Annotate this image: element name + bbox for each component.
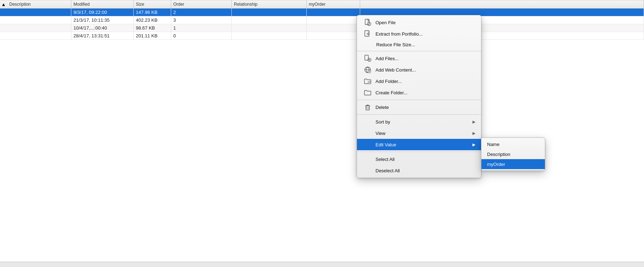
menu-label-view: View <box>375 131 472 136</box>
table-row[interactable]: 21/3/17, 10:11:35 402.23 KB 3 <box>0 16 644 24</box>
cell-description <box>7 9 71 16</box>
cell-modified: 28/4/17, 13:31:51 <box>71 32 134 40</box>
menu-label-reduce-size: Reduce File Size... <box>376 42 475 47</box>
folder-add-icon <box>363 77 373 85</box>
col-header-order[interactable]: Order <box>171 0 232 8</box>
file-extract-icon <box>363 30 373 38</box>
menu-separator <box>357 152 481 152</box>
submenu-label-myorder: myOrder <box>487 162 505 167</box>
submenu-item-myorder[interactable]: myOrder <box>481 159 545 169</box>
cell-order: 0 <box>171 32 232 40</box>
menu-item-view[interactable]: View ▶ <box>357 127 481 139</box>
web-add-icon <box>363 66 373 74</box>
cell-modified: 9/3/17, 09:22:00 <box>71 9 134 16</box>
col-header-rest <box>360 0 644 8</box>
cell-modified: 21/3/17, 10:11:35 <box>71 16 134 24</box>
sort-arrow[interactable]: ▲ <box>0 2 7 7</box>
file-open-icon <box>363 19 373 26</box>
trash-icon <box>363 103 373 111</box>
cell-size: 98.67 KB <box>134 24 171 32</box>
submenu-item-name[interactable]: Name <box>481 139 545 149</box>
table-row[interactable]: 10/4/17,...:00:40 98.67 KB 1 <box>0 24 644 32</box>
edit-value-submenu: Name Description myOrder <box>481 137 545 171</box>
bottom-scrollbar[interactable] <box>0 262 644 267</box>
cell-arrow <box>0 24 7 32</box>
cell-arrow <box>0 16 7 24</box>
col-header-modified[interactable]: Modified <box>71 0 134 8</box>
context-menu: Open File Extract from Portfolio... Redu… <box>357 15 481 178</box>
table-header: ▲ Description Modified Size Order Relati… <box>0 0 644 9</box>
cell-order: 3 <box>171 16 232 24</box>
cell-relationship <box>232 32 307 40</box>
menu-item-extract-portfolio[interactable]: Extract from Portfolio... <box>357 28 481 40</box>
submenu-arrow-icon: ▶ <box>472 120 475 124</box>
svg-rect-2 <box>365 31 369 36</box>
menu-item-add-folder[interactable]: Add Folder... <box>357 75 481 87</box>
cell-relationship <box>232 9 307 16</box>
folder-create-icon <box>363 89 373 96</box>
cell-arrow <box>0 9 7 16</box>
menu-separator <box>357 114 481 115</box>
menu-label-add-folder: Add Folder... <box>375 79 475 84</box>
edit-value-icon <box>363 141 373 148</box>
col-header-size[interactable]: Size <box>134 0 171 8</box>
menu-label-edit-value: Edit Value <box>375 142 472 147</box>
submenu-arrow-icon: ▶ <box>472 142 475 147</box>
menu-item-edit-value[interactable]: Edit Value ▶ Name Description myOrder <box>357 139 481 150</box>
col-header-myorder[interactable]: myOrder <box>307 0 360 8</box>
menu-label-extract-portfolio: Extract from Portfolio... <box>375 31 475 37</box>
cell-arrow <box>0 32 7 40</box>
cell-description <box>7 16 71 24</box>
table-row[interactable]: 9/3/17, 09:22:00 147.96 KB 2 <box>0 9 644 16</box>
sort-by-icon <box>363 118 373 126</box>
menu-label-sort-by: Sort by <box>375 119 472 125</box>
cell-myorder <box>307 9 360 16</box>
menu-item-add-files[interactable]: Add Files... <box>357 53 481 64</box>
menu-separator <box>357 51 481 51</box>
cell-myorder <box>307 32 360 40</box>
cell-size: 201.11 KB <box>134 32 171 40</box>
cell-size: 402.23 KB <box>134 16 171 24</box>
menu-item-create-folder[interactable]: Create Folder... <box>357 87 481 98</box>
menu-label-add-files: Add Files... <box>375 56 475 61</box>
menu-item-add-web[interactable]: Add Web Content... <box>357 64 481 75</box>
menu-separator <box>357 100 481 100</box>
col-header-relationship[interactable]: Relationship <box>232 0 307 8</box>
cell-myorder <box>307 16 360 24</box>
file-add-icon <box>363 54 373 62</box>
menu-item-select-all[interactable]: Select All <box>357 153 481 165</box>
menu-item-open-file[interactable]: Open File <box>357 17 481 28</box>
cell-description <box>7 32 71 40</box>
menu-label-add-web: Add Web Content... <box>375 67 475 73</box>
cell-order: 2 <box>171 9 232 16</box>
cell-myorder <box>307 24 360 32</box>
cell-size: 147.96 KB <box>134 9 171 16</box>
submenu-item-description[interactable]: Description <box>481 149 545 159</box>
table-body: 9/3/17, 09:22:00 147.96 KB 2 21/3/17, 10… <box>0 9 644 40</box>
menu-label-deselect-all: Deselect All <box>375 168 475 173</box>
menu-label-create-folder: Create Folder... <box>375 90 475 95</box>
cell-description <box>7 24 71 32</box>
menu-item-sort-by[interactable]: Sort by ▶ <box>357 116 481 127</box>
view-icon <box>363 129 373 137</box>
svg-rect-9 <box>366 106 369 110</box>
deselect-all-icon <box>363 167 373 174</box>
cell-order: 1 <box>171 24 232 32</box>
menu-label-delete: Delete <box>375 105 475 110</box>
menu-label-open-file: Open File <box>375 20 475 25</box>
submenu-arrow-icon: ▶ <box>472 131 475 136</box>
submenu-label-name: Name <box>487 142 500 147</box>
menu-label-select-all: Select All <box>375 157 475 162</box>
table-row[interactable]: 28/4/17, 13:31:51 201.11 KB 0 <box>0 32 644 40</box>
col-header-description[interactable]: Description <box>7 0 71 8</box>
menu-item-reduce-size[interactable]: Reduce File Size... <box>357 40 481 49</box>
menu-item-delete[interactable]: Delete <box>357 101 481 113</box>
cell-modified: 10/4/17,...:00:40 <box>71 24 134 32</box>
menu-item-deselect-all[interactable]: Deselect All <box>357 165 481 176</box>
cell-relationship <box>232 16 307 24</box>
main-table-container: ▲ Description Modified Size Order Relati… <box>0 0 644 267</box>
cell-relationship <box>232 24 307 32</box>
submenu-label-description: Description <box>487 152 510 157</box>
select-all-icon <box>363 155 373 163</box>
